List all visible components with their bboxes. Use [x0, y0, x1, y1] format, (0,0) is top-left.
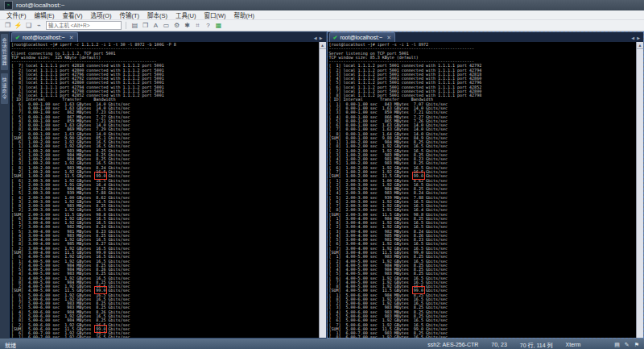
settings-icon[interactable]: ⚙: [172, 21, 181, 30]
layout-icon[interactable]: ▤: [614, 342, 620, 348]
session-sidebar: 会话管理器 快速命令: [0, 31, 9, 339]
pane-tabbar: ✔ root@localhost:~ ✕ ◀ ▶: [328, 32, 644, 42]
duplicate-session-icon[interactable]: ❏: [24, 21, 33, 30]
terminal-tab[interactable]: ✔ root@localhost:~ ✕: [329, 32, 396, 42]
pane-iperf-server: ✔ root@localhost:~ ✕ ◀ ▶ [root@localhost…: [327, 31, 644, 339]
paste-icon[interactable]: ▤: [130, 21, 139, 30]
tab-scroll-right-icon[interactable]: ▶: [637, 34, 640, 42]
status-terminal-size: 70 行, 114 列: [520, 341, 553, 349]
pane-iperf-client: ✔ root@localhost:~ ✕ ◀ ▶ [root@localhost…: [9, 31, 327, 339]
status-encryption: ssh2: AES-256-CTR: [427, 342, 478, 347]
terminal-tab[interactable]: ✔ root@localhost:~ ✕: [11, 32, 78, 42]
sidebar-tab-session-manager[interactable]: 会话管理器: [1, 34, 8, 70]
status-terminal-type: Xterm: [566, 342, 581, 347]
reconnect-icon[interactable]: ⌁: [35, 21, 43, 30]
menu-item-6[interactable]: 工具(U): [171, 10, 200, 19]
pane-tabbar: ✔ root@localhost:~ ✕ ◀ ▶: [10, 32, 326, 42]
find-icon[interactable]: A: [151, 21, 160, 30]
connected-check-icon: ✔: [333, 35, 338, 40]
tab-scroll-left-icon[interactable]: ◀: [631, 34, 634, 42]
tab-close-icon[interactable]: ✕: [69, 35, 74, 40]
terminal-line: [ 1] 6.00-7.00 sec 1.92 GBytes 16.5 Gbit…: [11, 335, 319, 338]
scrollbar[interactable]: ▲: [319, 42, 326, 338]
menu-item-7[interactable]: 窗口(W): [200, 10, 229, 19]
keyboard-icon[interactable]: ⌗: [193, 21, 202, 30]
terminal-tab-label: root@localhost:~: [23, 35, 65, 40]
new-window-icon[interactable]: ❒: [141, 21, 150, 30]
menu-item-4[interactable]: 传输(T): [115, 10, 143, 19]
menubar: 文件(F)编辑(E)查看(V)选项(O)传输(T)脚本(S)工具(U)窗口(W)…: [0, 10, 644, 20]
connect-icon[interactable]: ⚡: [14, 21, 23, 30]
scroll-up-icon[interactable]: ▲: [637, 42, 643, 48]
terminal-tab-label: root@localhost:~: [340, 35, 382, 40]
help-icon[interactable]: ?: [204, 21, 213, 30]
menu-item-2[interactable]: 查看(V): [59, 10, 87, 19]
new-session-icon[interactable]: ❐: [3, 21, 12, 30]
tools-icon[interactable]: ✱: [183, 21, 192, 30]
main-area: 会话管理器 快速命令 ✔ root@localhost:~ ✕ ◀ ▶ [roo…: [0, 31, 644, 339]
session-flag-icon[interactable]: ⚑: [634, 342, 639, 348]
terminal-client[interactable]: [root@localhost ~]# iperf -c 1.1.1.2 -i …: [10, 42, 319, 338]
terminal-server[interactable]: [root@localhost ~]# iperf -s -i 1 -l 897…: [328, 42, 637, 338]
status-cursor-position: 70, 23: [491, 342, 506, 347]
toolbar-separator: [126, 22, 126, 29]
tab-close-icon[interactable]: ✕: [386, 35, 391, 40]
compose-icon[interactable]: ✎: [625, 342, 630, 348]
menu-item-3[interactable]: 选项(O): [87, 10, 116, 19]
scrollbar[interactable]: ▲: [636, 42, 643, 338]
sidebar-tab-quick-commands[interactable]: 快速命令: [1, 73, 8, 104]
scrollbar-thumb[interactable]: [320, 48, 326, 338]
status-bar: 就绪 ssh2: AES-256-CTR 70, 23 70 行, 114 列 …: [0, 339, 644, 349]
menu-item-1[interactable]: 编辑(E): [31, 10, 59, 19]
menu-item-0[interactable]: 文件(F): [2, 10, 31, 19]
host-input[interactable]: [46, 21, 122, 30]
app-icon: >: [4, 1, 13, 10]
window-titlebar: > root@localhost:~: [0, 0, 644, 10]
status-ready: 就绪: [5, 341, 16, 349]
xagent-icon[interactable]: ▦: [214, 21, 223, 30]
tab-scroll-left-icon[interactable]: ◀: [314, 34, 317, 42]
menu-item-5[interactable]: 脚本(S): [143, 10, 171, 19]
scrollbar-thumb[interactable]: [637, 48, 643, 338]
connected-check-icon: ✔: [15, 35, 20, 40]
terminal-line: [ 8] 6.00-7.00 sec 1.92 GBytes 16.5 Gbit…: [329, 335, 637, 338]
tab-scroll-right-icon[interactable]: ▶: [320, 34, 323, 42]
menu-item-8[interactable]: 帮助(H): [230, 10, 258, 19]
print-icon[interactable]: ▭: [162, 21, 171, 30]
scroll-up-icon[interactable]: ▲: [320, 42, 326, 48]
toolbar: ❐⚡❏⌁ ▤❒A▭⚙✱⌗?▦: [0, 20, 644, 31]
window-title: root@localhost:~: [16, 2, 64, 9]
